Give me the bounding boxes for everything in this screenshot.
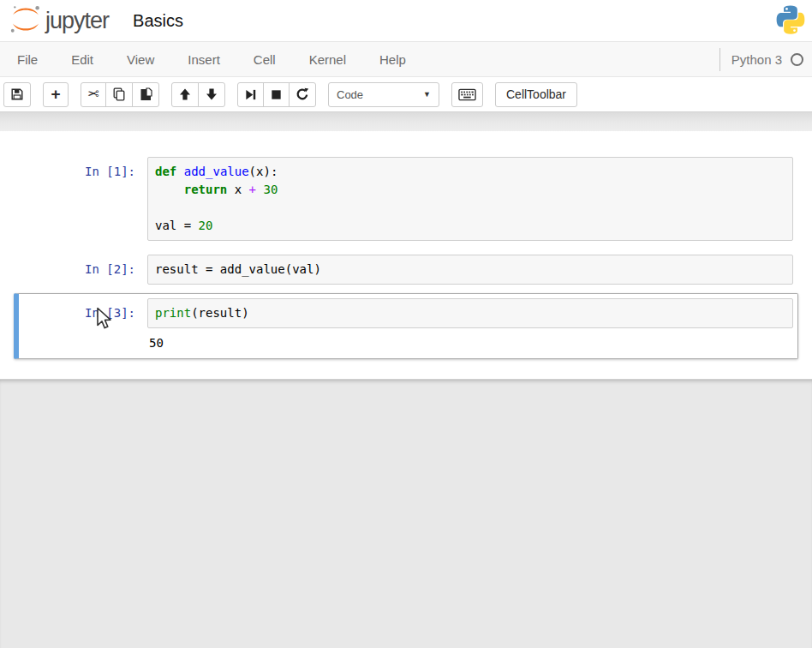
python-logo-icon xyxy=(774,3,807,39)
kernel-divider xyxy=(719,48,720,71)
menubar: File Edit View Insert Cell Kernel Help P… xyxy=(0,41,812,77)
copy-cells-button[interactable] xyxy=(105,82,133,107)
move-cell-down-button[interactable] xyxy=(198,82,225,107)
menu-help[interactable]: Help xyxy=(379,52,406,67)
input-prompt: In [2]: xyxy=(23,255,147,285)
toolbar: + ✂ xyxy=(0,77,812,111)
restart-kernel-button[interactable] xyxy=(289,82,316,107)
code-input[interactable]: print(result) xyxy=(147,298,793,328)
scissors-icon: ✂ xyxy=(87,87,99,101)
menu-file[interactable]: File xyxy=(17,52,38,67)
keyboard-icon xyxy=(458,88,476,101)
code-cell-2[interactable]: In [2]: result = add_value(val) xyxy=(14,249,798,290)
insert-cell-below-button[interactable]: + xyxy=(43,82,69,107)
floppy-icon xyxy=(10,87,24,101)
cell-type-value: Code xyxy=(337,88,363,101)
menu-view[interactable]: View xyxy=(127,52,154,67)
copy-icon xyxy=(112,87,126,101)
menu-cell[interactable]: Cell xyxy=(254,52,276,67)
page-background xyxy=(0,379,812,648)
input-prompt: In [1]: xyxy=(23,157,147,241)
kernel-name: Python 3 xyxy=(731,52,782,67)
output-prompt xyxy=(23,333,147,354)
stop-icon xyxy=(270,88,283,101)
input-prompt: In [3]: xyxy=(23,298,147,328)
cell-type-dropdown[interactable]: Code ▼ xyxy=(328,82,439,107)
menu-items: File Edit View Insert Cell Kernel Help xyxy=(0,52,406,67)
interrupt-kernel-button[interactable] xyxy=(263,82,290,107)
notebook-container: In [1]: def add_value(x): return x + 30 … xyxy=(0,131,812,379)
paste-icon xyxy=(139,87,152,101)
header-shadow-band xyxy=(0,111,812,131)
arrow-down-icon xyxy=(205,87,218,101)
save-button[interactable] xyxy=(3,82,31,107)
step-forward-icon xyxy=(244,88,257,101)
kernel-idle-icon xyxy=(791,53,803,66)
kernel-status-area: Python 3 xyxy=(719,48,812,71)
chevron-down-icon: ▼ xyxy=(423,90,431,99)
restart-icon xyxy=(296,87,309,101)
cut-cells-button[interactable]: ✂ xyxy=(81,82,106,107)
jupyter-logo-icon xyxy=(9,3,43,39)
plus-icon: + xyxy=(51,86,60,102)
code-input[interactable]: def add_value(x): return x + 30 val = 20 xyxy=(147,157,793,241)
code-cell-3-selected[interactable]: In [3]: print(result) 50 xyxy=(14,293,798,359)
celltoolbar-label: CellToolbar xyxy=(506,87,566,101)
output-text: 50 xyxy=(147,333,793,354)
arrow-up-icon xyxy=(178,87,192,101)
menu-kernel[interactable]: Kernel xyxy=(309,52,346,67)
notebook-title[interactable]: Basics xyxy=(133,11,183,31)
run-cell-button[interactable] xyxy=(237,82,264,107)
code-cell-1[interactable]: In [1]: def add_value(x): return x + 30 … xyxy=(14,152,798,246)
code-input[interactable]: result = add_value(val) xyxy=(147,255,793,285)
move-cell-up-button[interactable] xyxy=(171,82,199,107)
menu-insert[interactable]: Insert xyxy=(188,52,220,67)
jupyter-wordmark: jupyter xyxy=(45,8,109,34)
output-area: 50 xyxy=(23,333,793,354)
celltoolbar-button[interactable]: CellToolbar xyxy=(495,82,577,107)
menu-edit[interactable]: Edit xyxy=(71,52,93,67)
header: jupyter Basics xyxy=(0,0,812,41)
jupyter-logo[interactable]: jupyter xyxy=(9,3,109,39)
command-palette-button[interactable] xyxy=(451,82,483,107)
paste-cells-button[interactable] xyxy=(132,82,159,107)
